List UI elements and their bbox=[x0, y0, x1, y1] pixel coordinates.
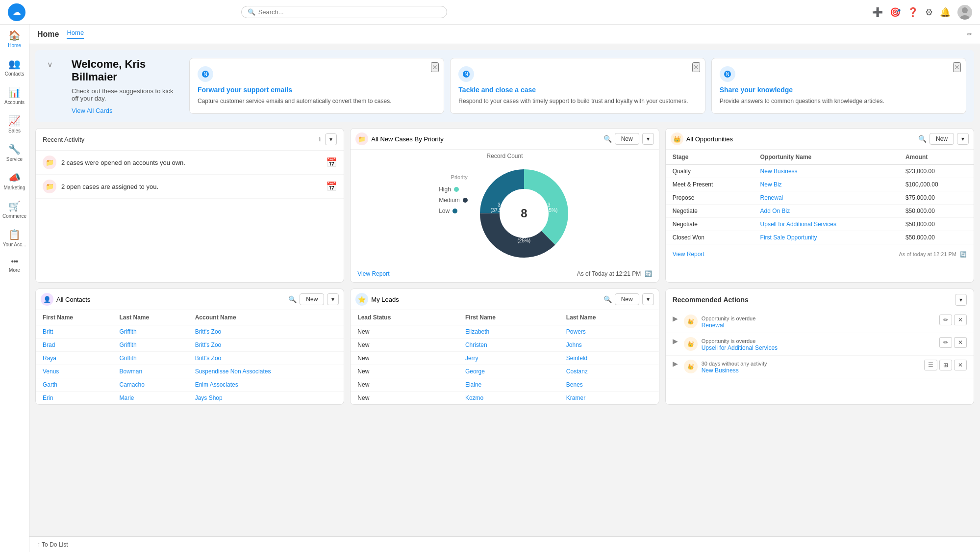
sidebar-item-your-account[interactable]: 📋 Your Acc... bbox=[0, 224, 29, 252]
opp-name[interactable]: Premium Services bbox=[754, 244, 899, 248]
close-card-3-button[interactable]: ✕ bbox=[953, 62, 961, 72]
collapse-button[interactable]: ∨ bbox=[43, 58, 57, 71]
lead-first[interactable]: Elaine bbox=[458, 378, 559, 392]
opp-name[interactable]: Add On Biz bbox=[754, 205, 899, 218]
opp-name[interactable]: New Biz bbox=[754, 178, 899, 191]
opp-name[interactable]: Upsell for Additional Services bbox=[754, 218, 899, 231]
refresh-icon-cases[interactable]: 🔄 bbox=[645, 270, 652, 277]
contact-last[interactable]: Camacho bbox=[112, 378, 188, 392]
help-icon[interactable]: ❓ bbox=[907, 7, 918, 18]
close-card-2-button[interactable]: ✕ bbox=[692, 62, 700, 72]
sidebar-item-service[interactable]: 🔧 Service bbox=[0, 138, 29, 167]
lead-last[interactable]: Powers bbox=[559, 325, 659, 339]
contacts-dropdown-button[interactable]: ▾ bbox=[327, 293, 339, 305]
contact-first[interactable]: Venus bbox=[36, 365, 112, 378]
view-report-link-opps[interactable]: View Report bbox=[673, 251, 704, 258]
view-all-cards-link[interactable]: View All Cards bbox=[72, 107, 113, 114]
search-input[interactable] bbox=[258, 8, 441, 16]
new-cases-filter-input[interactable] bbox=[371, 135, 600, 143]
contact-last[interactable]: Griffith bbox=[112, 339, 188, 352]
leads-dropdown-button[interactable]: ▾ bbox=[642, 293, 654, 305]
rec-expand-icon[interactable]: ▶ bbox=[673, 360, 678, 368]
view-report-link-cases[interactable]: View Report bbox=[357, 270, 389, 277]
lead-first[interactable]: George bbox=[458, 365, 559, 378]
sidebar-item-sales[interactable]: 📈 Sales bbox=[0, 110, 29, 138]
lead-first[interactable]: Jerry bbox=[458, 352, 559, 365]
sidebar-item-home[interactable]: 🏠 Home bbox=[0, 25, 29, 53]
contacts-search-icon[interactable]: 🔍 bbox=[288, 295, 297, 303]
edit-rec-button[interactable]: ✏ bbox=[939, 315, 952, 325]
contact-account[interactable]: Britt's Zoo bbox=[188, 325, 344, 339]
grid-rec-button[interactable]: ⊞ bbox=[939, 360, 952, 370]
contact-account[interactable]: Jays Shop bbox=[188, 392, 344, 405]
todo-bar[interactable]: ↑ To Do List bbox=[29, 536, 980, 552]
opp-name[interactable]: First Sale Opportunity bbox=[754, 231, 899, 244]
lead-first[interactable]: Christen bbox=[458, 339, 559, 352]
contacts-filter-input[interactable] bbox=[56, 296, 285, 303]
opp-name[interactable]: Renewal bbox=[754, 191, 899, 205]
sidebar-item-contacts[interactable]: 👥 Contacts bbox=[0, 53, 29, 81]
dismiss-rec-button-3[interactable]: ✕ bbox=[954, 360, 967, 370]
opportunities-dropdown-button[interactable]: ▾ bbox=[957, 133, 969, 145]
leads-filter-input[interactable] bbox=[371, 296, 600, 303]
list-rec-button[interactable]: ☰ bbox=[924, 360, 937, 370]
sidebar-item-accounts[interactable]: 📊 Accounts bbox=[0, 81, 29, 110]
lead-first[interactable]: Elizabeth bbox=[458, 325, 559, 339]
recommended-actions-dropdown[interactable]: ▾ bbox=[955, 294, 967, 306]
avatar[interactable] bbox=[957, 5, 972, 20]
new-cases-new-button[interactable]: New bbox=[615, 133, 639, 145]
lead-first[interactable]: Kozmo bbox=[458, 392, 559, 405]
refresh-icon-opps[interactable]: 🔄 bbox=[960, 251, 967, 257]
contact-last[interactable]: Griffith bbox=[112, 325, 188, 339]
leads-search-icon[interactable]: 🔍 bbox=[603, 295, 612, 303]
contact-first[interactable]: Erin bbox=[36, 392, 112, 405]
contacts-new-button[interactable]: New bbox=[300, 293, 324, 305]
lead-last[interactable]: Costanz bbox=[559, 365, 659, 378]
contact-first[interactable]: Garth bbox=[36, 378, 112, 392]
contact-first[interactable]: Britt bbox=[36, 325, 112, 339]
lead-last[interactable]: Kramer bbox=[559, 392, 659, 405]
contact-account[interactable]: Enim Associates bbox=[188, 378, 344, 392]
rec-link[interactable]: New Business bbox=[702, 367, 920, 374]
contact-last[interactable]: Marie bbox=[112, 392, 188, 405]
contact-account[interactable]: Suspendisse Non Associates bbox=[188, 365, 344, 378]
contact-account[interactable]: Britt's Zoo bbox=[188, 352, 344, 365]
rec-expand-icon[interactable]: ▶ bbox=[673, 337, 678, 345]
trail-icon[interactable]: 🎯 bbox=[890, 7, 901, 18]
opportunities-new-button[interactable]: New bbox=[930, 133, 954, 145]
new-cases-dropdown-button[interactable]: ▾ bbox=[642, 133, 654, 145]
rec-link[interactable]: Renewal bbox=[702, 322, 935, 329]
dismiss-rec-button[interactable]: ✕ bbox=[954, 315, 967, 325]
contact-last[interactable]: Bowman bbox=[112, 365, 188, 378]
edit-icon[interactable]: ✏ bbox=[967, 30, 972, 38]
sidebar-item-commerce[interactable]: 🛒 Commerce bbox=[0, 195, 29, 224]
lead-last[interactable]: Johns bbox=[559, 339, 659, 352]
opportunities-search-icon[interactable]: 🔍 bbox=[918, 135, 927, 143]
activity-chart-2[interactable]: 📅 bbox=[326, 181, 337, 192]
activity-chart-1[interactable]: 📅 bbox=[326, 157, 337, 168]
lead-last[interactable]: Seinfeld bbox=[559, 352, 659, 365]
rec-expand-icon[interactable]: ▶ bbox=[673, 315, 678, 322]
add-icon[interactable]: ➕ bbox=[872, 7, 883, 18]
sidebar-item-marketing[interactable]: 📣 Marketing bbox=[0, 167, 29, 195]
new-cases-search-icon[interactable]: 🔍 bbox=[603, 135, 612, 143]
contact-first[interactable]: Brad bbox=[36, 339, 112, 352]
recent-activity-dropdown[interactable]: ▾ bbox=[325, 133, 337, 145]
dismiss-rec-button-2[interactable]: ✕ bbox=[954, 337, 967, 348]
opportunities-filter-input[interactable] bbox=[686, 135, 915, 143]
notification-icon[interactable]: 🔔 bbox=[940, 7, 951, 18]
close-card-1-button[interactable]: ✕ bbox=[431, 62, 439, 72]
lead-last[interactable]: Benes bbox=[559, 378, 659, 392]
contact-first[interactable]: Raya bbox=[36, 352, 112, 365]
rec-link[interactable]: Upsell for Additional Services bbox=[702, 344, 935, 351]
settings-icon[interactable]: ⚙ bbox=[925, 7, 933, 18]
sidebar-item-more[interactable]: ••• More bbox=[0, 252, 29, 278]
opp-name[interactable]: New Business bbox=[754, 165, 899, 178]
contact-last[interactable]: Griffith bbox=[112, 352, 188, 365]
info-icon[interactable]: ℹ bbox=[319, 136, 321, 143]
search-bar[interactable]: 🔍 bbox=[241, 6, 447, 18]
contact-account[interactable]: Britt's Zoo bbox=[188, 339, 344, 352]
home-tab[interactable]: Home bbox=[67, 29, 84, 39]
leads-new-button[interactable]: New bbox=[615, 293, 639, 305]
edit-rec-button-2[interactable]: ✏ bbox=[939, 337, 952, 348]
